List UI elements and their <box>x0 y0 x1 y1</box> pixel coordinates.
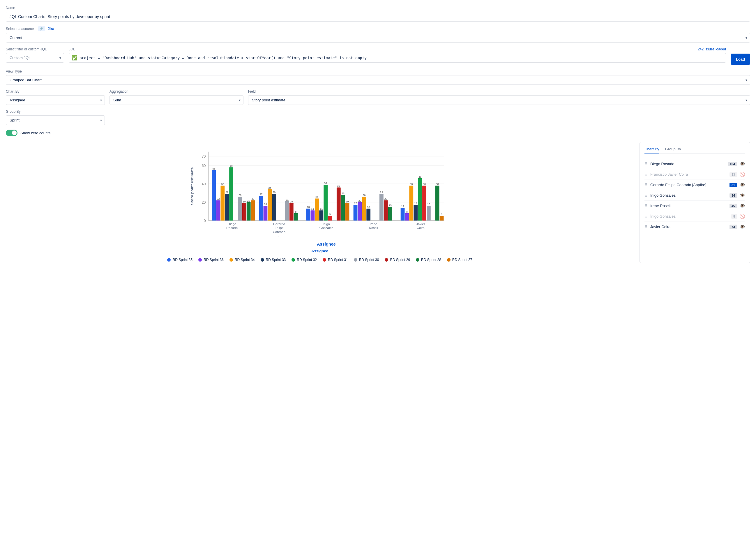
bar[interactable] <box>289 203 294 220</box>
visibility-toggle[interactable]: 👁️ <box>739 203 745 208</box>
bar[interactable] <box>435 185 439 220</box>
load-button[interactable]: Load <box>731 54 750 65</box>
bar[interactable] <box>259 196 263 220</box>
bar[interactable] <box>212 170 216 220</box>
bar[interactable] <box>285 201 289 220</box>
groupby-select-wrapper: Sprint Status Priority <box>6 115 105 125</box>
bar-value-label: 16 <box>264 203 267 206</box>
bar[interactable] <box>324 185 328 220</box>
visibility-toggle[interactable]: 🚫 <box>739 171 745 177</box>
bar[interactable] <box>294 213 298 220</box>
bar[interactable] <box>315 198 319 220</box>
bar[interactable] <box>418 178 422 220</box>
bar[interactable] <box>306 208 310 220</box>
panel-badge: 34 <box>729 193 737 198</box>
bar[interactable] <box>220 185 225 220</box>
panel-row-left: ⠿ Gerardo Felipe Conrado [Appfire] <box>644 183 706 187</box>
panel-badge: 45 <box>729 203 737 208</box>
groupby-label: Group By <box>6 109 105 114</box>
panel-row-left: ⠿ Diego Rosado <box>644 162 674 166</box>
bar[interactable] <box>409 185 413 220</box>
bar-value-label: 22 <box>217 197 220 200</box>
viewtype-label: View Type <box>6 69 750 73</box>
bar[interactable] <box>414 205 418 220</box>
field-select[interactable]: Story point estimate Story points <box>248 95 750 105</box>
tab-groupby[interactable]: Group By <box>665 147 681 153</box>
groupby-select[interactable]: Sprint Status Priority <box>6 115 105 125</box>
bar-value-label: 36 <box>337 184 340 187</box>
bar[interactable] <box>264 206 268 220</box>
viewtype-select[interactable]: Grouped Bar Chart Bar Chart Line Chart P… <box>6 75 750 85</box>
bar[interactable] <box>341 195 345 220</box>
bar[interactable] <box>337 187 341 220</box>
bar-value-label: 5 <box>441 213 442 216</box>
visibility-toggle[interactable]: 👁️ <box>739 161 745 167</box>
bar-value-label: 8 <box>406 210 408 213</box>
chartby-select[interactable]: Assignee Status Priority <box>6 95 105 105</box>
chart-container: 020406070Story point estimate55223829582… <box>6 142 750 263</box>
bar[interactable] <box>272 194 276 220</box>
filter-section: Select filter or custom JQL Custom JQL F… <box>6 47 64 63</box>
name-section: Name <box>6 6 750 22</box>
drag-handle-icon[interactable]: ⠿ <box>644 193 647 198</box>
jql-input[interactable] <box>69 53 726 63</box>
legend-label: RD Sprint 34 <box>235 258 255 262</box>
visibility-toggle[interactable]: 👁️ <box>739 192 745 198</box>
panel-badge: 73 <box>729 224 737 229</box>
drag-handle-icon[interactable]: ⠿ <box>644 224 647 229</box>
bar[interactable] <box>229 167 233 220</box>
name-input[interactable] <box>6 12 750 22</box>
panel-row-name: Gerardo Felipe Conrado [Appfire] <box>650 183 706 187</box>
drag-handle-icon[interactable]: ⠿ <box>644 183 647 187</box>
tab-chartby[interactable]: Chart By <box>644 147 659 154</box>
bar[interactable] <box>427 206 431 220</box>
bar[interactable] <box>354 205 358 220</box>
drag-handle-icon[interactable]: ⠿ <box>644 214 647 219</box>
bar[interactable] <box>388 207 392 220</box>
bar[interactable] <box>379 194 384 220</box>
show-zero-toggle[interactable] <box>6 130 17 136</box>
jql-section: Select filter or custom JQL Custom JQL F… <box>6 47 750 65</box>
filter-select[interactable]: Custom JQL Filter <box>6 53 64 63</box>
bar[interactable] <box>358 202 362 220</box>
visibility-toggle[interactable]: 👁️ <box>739 182 745 187</box>
panel-badge: 33 <box>729 172 737 177</box>
bar[interactable] <box>311 210 315 220</box>
chartby-select-wrapper: Assignee Status Priority <box>6 95 105 105</box>
bar[interactable] <box>401 208 405 220</box>
bar-value-label: 19 <box>346 200 349 203</box>
bar[interactable] <box>405 213 409 220</box>
drag-handle-icon[interactable]: ⠿ <box>644 203 647 208</box>
visibility-toggle[interactable]: 👁️ <box>739 224 745 229</box>
bar[interactable] <box>440 216 444 220</box>
panel-row-name: Diego Rosado <box>650 162 674 166</box>
legend-item: RD Sprint 32 <box>292 258 317 262</box>
aggregation-select[interactable]: Sum Count Average <box>109 95 243 105</box>
panel-rows-container: ⠿ Diego Rosado 104 👁️ ⠿ Francisco Javier… <box>644 159 745 232</box>
bar[interactable] <box>366 208 370 220</box>
datasource-select[interactable]: Current <box>6 33 750 43</box>
panel-row-left: ⠿ Inigo Gonzalez <box>644 193 676 198</box>
bar[interactable] <box>384 200 388 220</box>
bar[interactable] <box>319 210 323 220</box>
bar[interactable] <box>328 216 332 220</box>
bar[interactable] <box>422 185 426 220</box>
aggregation-select-wrapper: Sum Count Average <box>109 95 243 105</box>
panel-row: ⠿ Diego Rosado 104 👁️ <box>644 159 745 169</box>
panel-row: ⠿ Francisco Javier Coira 33 🚫 <box>644 169 745 180</box>
drag-handle-icon[interactable]: ⠿ <box>644 172 647 177</box>
bar[interactable] <box>345 203 349 220</box>
panel-row: ⠿ Gerardo Felipe Conrado [Appfire] 31 👁️ <box>644 180 745 190</box>
bar[interactable] <box>242 203 246 220</box>
bar[interactable] <box>251 200 255 220</box>
bar[interactable] <box>247 202 251 220</box>
legend-item: RD Sprint 36 <box>198 258 224 262</box>
bar[interactable] <box>268 189 272 220</box>
bar[interactable] <box>216 200 220 220</box>
drag-handle-icon[interactable]: ⠿ <box>644 162 647 166</box>
bar[interactable] <box>362 197 366 220</box>
bar[interactable] <box>225 194 229 220</box>
bar[interactable] <box>238 197 242 220</box>
legend-dot <box>292 258 295 261</box>
visibility-toggle[interactable]: 🚫 <box>739 213 745 219</box>
